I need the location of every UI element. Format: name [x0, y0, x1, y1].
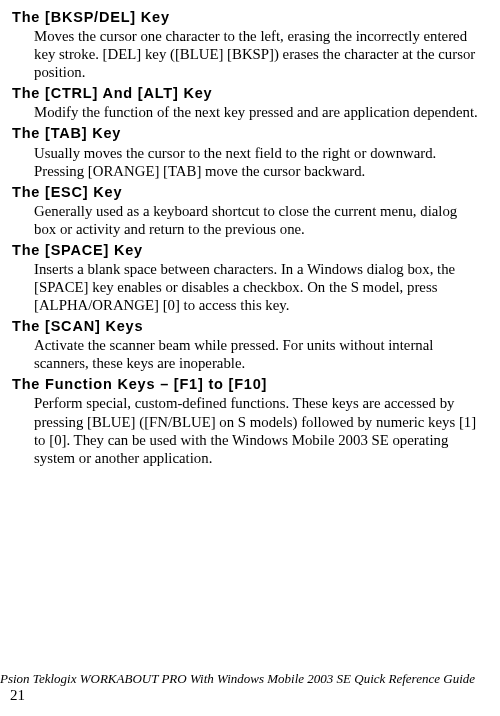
page-number: 21 [10, 687, 25, 703]
entry-esc: The [ESC] Key Generally used as a keyboa… [12, 183, 482, 238]
term-description: Usually moves the cursor to the next fie… [34, 144, 482, 180]
entry-function-keys: The Function Keys – [F1] to [F10] Perfor… [12, 375, 482, 466]
term-description: Activate the scanner beam while pressed.… [34, 336, 482, 372]
term-heading: The [SCAN] Keys [12, 317, 482, 335]
entry-tab: The [TAB] Key Usually moves the cursor t… [12, 124, 482, 179]
term-heading: The [SPACE] Key [12, 241, 482, 259]
term-description: Inserts a blank space between characters… [34, 260, 482, 314]
footer-title: Psion Teklogix WORKABOUT PRO With Window… [0, 671, 475, 686]
term-description: Moves the cursor one character to the le… [34, 27, 482, 81]
term-description: Generally used as a keyboard shortcut to… [34, 202, 482, 238]
entry-space: The [SPACE] Key Inserts a blank space be… [12, 241, 482, 314]
term-heading: The [ESC] Key [12, 183, 482, 201]
page-footer: Psion Teklogix WORKABOUT PRO With Window… [0, 671, 482, 704]
term-description: Perform special, custom-defined function… [34, 394, 482, 466]
term-heading: The [TAB] Key [12, 124, 482, 142]
entry-ctrl-alt: The [CTRL] And [ALT] Key Modify the func… [12, 84, 482, 121]
entry-scan: The [SCAN] Keys Activate the scanner bea… [12, 317, 482, 372]
term-heading: The Function Keys – [F1] to [F10] [12, 375, 482, 393]
term-heading: The [CTRL] And [ALT] Key [12, 84, 482, 102]
entry-bksp-del: The [BKSP/DEL] Key Moves the cursor one … [12, 8, 482, 81]
term-description: Modify the function of the next key pres… [34, 103, 482, 121]
term-heading: The [BKSP/DEL] Key [12, 8, 482, 26]
